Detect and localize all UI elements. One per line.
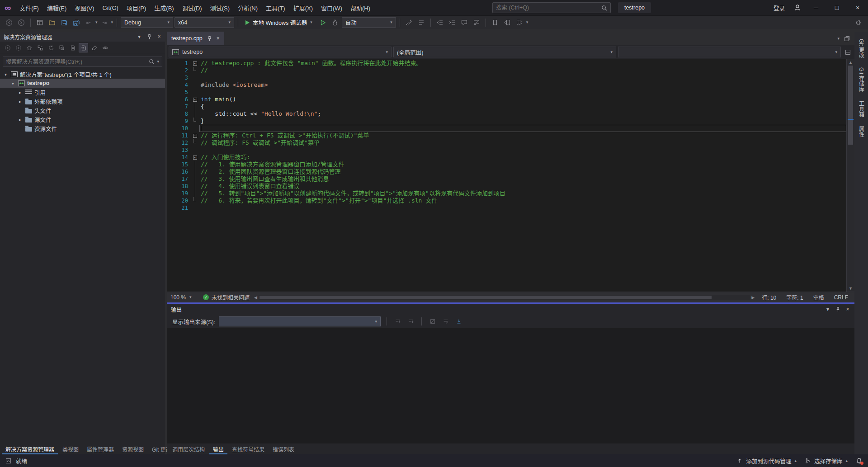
tree-item[interactable]: 头文件	[0, 106, 165, 115]
tree-item[interactable]: 资源文件	[0, 124, 165, 133]
code-line[interactable]: 12// 调试程序: F5 或调试 >"开始调试"菜单	[167, 139, 846, 146]
scroll-down-icon[interactable]: ▼	[847, 285, 854, 292]
code-line[interactable]: 3	[167, 74, 846, 81]
expander-icon[interactable]: ▾	[10, 81, 16, 86]
document-tab[interactable]: testrepo.cpp ×	[167, 32, 224, 45]
menu-item-1[interactable]: 文件(F)	[15, 0, 43, 15]
float-window-icon[interactable]	[844, 36, 850, 42]
next-message-icon[interactable]	[406, 317, 415, 326]
close-icon[interactable]: ×	[155, 33, 163, 41]
tree-item[interactable]: ▸外部依赖项	[0, 97, 165, 106]
menu-item-9[interactable]: 分析(N)	[234, 0, 262, 15]
notifications-bell-icon[interactable]	[856, 458, 863, 464]
code-line[interactable]: 9}	[167, 118, 846, 125]
editor-vertical-scrollbar[interactable]: ▲ ▼	[846, 59, 854, 292]
comment-icon[interactable]	[459, 17, 470, 28]
right-tab-4[interactable]: 属性	[858, 126, 865, 137]
code-line[interactable]: 2//	[167, 67, 846, 74]
code-cleanup-icon[interactable]	[404, 17, 415, 28]
type-scope-select[interactable]: (全局范围) ▾	[393, 47, 616, 57]
output-panel-header[interactable]: 输出 ▾ ×	[167, 304, 854, 315]
feedback-icon[interactable]	[854, 17, 864, 28]
menu-item-5[interactable]: 项目(P)	[123, 0, 150, 15]
bottom-tab-2[interactable]: 输出	[209, 443, 227, 454]
maximize-button[interactable]: □	[826, 0, 847, 15]
code-editor[interactable]: 1-// testrepo.cpp : 此文件包含 "main" 函数。程序执行…	[167, 59, 854, 292]
tree-item[interactable]: ▾testrepo	[0, 79, 165, 88]
code-line[interactable]: 20// 6. 将来，若要再次打开此项目，请转到"文件">"打开">"项目"并选…	[167, 197, 846, 204]
search-icon[interactable]	[601, 5, 607, 11]
code-line[interactable]: 21	[167, 204, 846, 212]
refresh-icon[interactable]	[46, 43, 56, 52]
scrollbar-track[interactable]	[259, 295, 750, 300]
panel-back-icon[interactable]	[3, 43, 12, 52]
code-line[interactable]: 4#include <iostream>	[167, 81, 846, 89]
code-line[interactable]: 16// 2. 使用团队资源管理器窗口连接到源代码管理	[167, 168, 846, 175]
scroll-right-icon[interactable]: ▶	[751, 295, 755, 300]
background-tasks-icon[interactable]	[5, 458, 11, 464]
toolbar-options-icon[interactable]: ▾	[526, 20, 528, 24]
undo-icon[interactable]	[83, 17, 94, 28]
pin-icon[interactable]	[207, 36, 212, 42]
clear-all-icon[interactable]	[428, 317, 437, 326]
home-icon[interactable]	[24, 43, 34, 52]
panel-forward-icon[interactable]	[14, 43, 23, 52]
fold-collapse-icon[interactable]: -	[193, 156, 197, 160]
window-menu-icon[interactable]: ▾	[824, 305, 832, 313]
global-search-input[interactable]	[496, 5, 599, 11]
document-list-icon[interactable]: ▾	[837, 37, 840, 41]
menu-item-3[interactable]: 视图(V)	[71, 0, 98, 15]
right-tab-3[interactable]: 工具箱	[858, 101, 865, 117]
indent-decrease-icon[interactable]	[434, 17, 445, 28]
window-menu-icon[interactable]: ▾	[135, 33, 143, 41]
output-content[interactable]	[167, 328, 854, 443]
tree-item[interactable]: ▸引用	[0, 88, 165, 97]
menu-item-7[interactable]: 调试(D)	[178, 0, 206, 15]
preview-selected-items-icon[interactable]	[100, 43, 110, 52]
scroll-up-icon[interactable]: ▲	[847, 59, 854, 66]
scrollbar-thumb[interactable]	[259, 296, 712, 299]
word-wrap-icon[interactable]	[441, 317, 450, 326]
sign-in-link[interactable]: 登录	[769, 4, 789, 12]
fold-collapse-icon[interactable]: -	[193, 134, 197, 138]
close-icon[interactable]: ×	[844, 305, 852, 313]
code-line[interactable]: 10	[167, 125, 846, 132]
platform-select[interactable]: x64▾	[175, 17, 234, 28]
indent-increase-icon[interactable]	[447, 17, 458, 28]
autoscroll-icon[interactable]	[454, 317, 463, 326]
properties-icon[interactable]	[90, 43, 99, 52]
menu-item-11[interactable]: 扩展(X)	[289, 0, 317, 15]
editor-horizontal-scrollbar[interactable]: ◀ ▶	[254, 295, 755, 300]
split-window-icon[interactable]	[843, 47, 853, 57]
code-line[interactable]: 13	[167, 146, 846, 154]
sidebar-tab-1[interactable]: 解决方案资源管理器	[2, 443, 58, 454]
menu-item-10[interactable]: 工具(T)	[262, 0, 289, 15]
code-line[interactable]: 17// 3. 使用输出窗口查看生成输出和其他消息	[167, 175, 846, 183]
start-without-debugging-icon[interactable]	[317, 17, 328, 28]
solution-explorer-header[interactable]: 解决方案资源管理器 ▾ ×	[0, 32, 165, 42]
add-to-source-control-button[interactable]: 添加到源代码管理 ▴	[736, 457, 797, 465]
fold-collapse-icon[interactable]: -	[193, 61, 197, 66]
output-source-select[interactable]: ▾	[219, 316, 381, 326]
show-all-files-icon[interactable]	[68, 43, 77, 52]
bookmark-toggle-icon[interactable]	[490, 17, 500, 28]
code-line[interactable]: 5	[167, 89, 846, 96]
close-icon[interactable]: ×	[217, 35, 220, 42]
sidebar-tab-4[interactable]: 资源视图	[118, 443, 147, 454]
code-line[interactable]: 14-// 入门使用技巧:	[167, 154, 846, 161]
code-lines[interactable]: 1-// testrepo.cpp : 此文件包含 "main" 函数。程序执行…	[167, 59, 846, 292]
navigate-backward-icon[interactable]	[4, 17, 14, 28]
fold-collapse-icon[interactable]: -	[193, 98, 197, 102]
global-search-box[interactable]	[492, 2, 611, 13]
pin-icon[interactable]	[834, 305, 842, 313]
bottom-tab-4[interactable]: 错误列表	[269, 443, 298, 454]
spaces-indicator[interactable]: 空格	[811, 293, 827, 301]
document-health-indicator[interactable]: ✓ 未找到相关问题	[203, 293, 250, 301]
eol-indicator[interactable]: CRLF	[831, 294, 851, 301]
tree-item[interactable]: ▸源文件	[0, 115, 165, 124]
right-tab-1[interactable]: Git 更改	[858, 39, 865, 58]
expander-icon[interactable]: ▸	[17, 117, 23, 122]
solution-search-box[interactable]: ▾	[3, 57, 162, 67]
window-layout-icon[interactable]	[34, 17, 45, 28]
tree-item[interactable]: ▾解决方案"testrepo"(1 个项目/共 1 个)	[0, 70, 165, 79]
